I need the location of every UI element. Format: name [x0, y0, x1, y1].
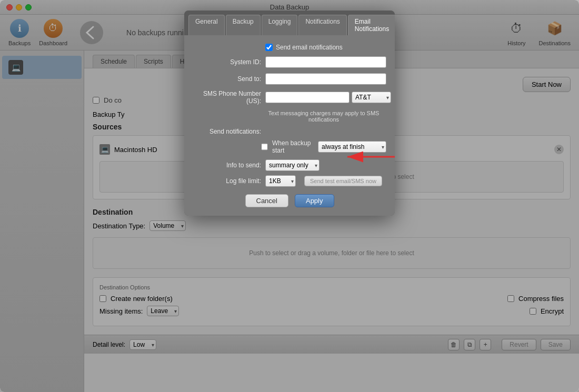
when-backup-row: When backup start always at finish alway… — [261, 139, 386, 154]
cancel-label: Cancel — [256, 197, 277, 205]
send-email-checkbox-group: Send email notifications — [265, 44, 343, 51]
system-id-label: System ID: — [193, 58, 261, 66]
main-window: Data Backup ℹ Backups ⏱ Dashboard — [0, 0, 579, 392]
log-file-select-wrapper: 1KB 5KB 10KB 50KB — [265, 175, 296, 187]
sms-label: SMS Phone Number (US): — [193, 90, 261, 105]
modal-body: Send email notifications System ID: Send… — [184, 35, 395, 216]
modal-tab-general[interactable]: General — [188, 15, 225, 35]
modal-tab-email-notifications[interactable]: Email Notifications — [348, 15, 395, 35]
send-to-row: Send to: — [193, 73, 386, 85]
send-notif-row: Send notifications: — [193, 128, 386, 135]
cancel-button[interactable]: Cancel — [245, 194, 288, 207]
sms-phone-input[interactable] — [265, 92, 350, 103]
sms-row: SMS Phone Number (US): AT&T Verizon T-Mo… — [193, 90, 386, 105]
system-id-input[interactable] — [265, 56, 386, 68]
send-test-label: Send test email/SMS now — [310, 178, 376, 184]
system-id-row: System ID: — [193, 56, 386, 68]
modal-overlay: General Backup Logging Notifications Ema… — [0, 0, 579, 392]
send-test-button[interactable]: Send test email/SMS now — [304, 176, 382, 186]
email-notifications-modal: General Backup Logging Notifications Ema… — [184, 11, 395, 216]
timing-select-wrapper: always at finish always at start on erro… — [318, 141, 386, 153]
info-send-label: Info to send: — [193, 162, 261, 169]
info-send-select-wrapper: summary only full log — [265, 159, 320, 171]
modal-tab-notifications[interactable]: Notifications — [298, 15, 346, 35]
sms-provider-select-wrapper: AT&T Verizon T-Mobile Sprint — [352, 92, 391, 103]
send-to-input[interactable] — [265, 73, 386, 85]
modal-tabs: General Backup Logging Notifications Ema… — [184, 11, 395, 35]
send-email-label: Send email notifications — [276, 44, 343, 51]
when-backup-label: When backup start — [272, 139, 314, 154]
modal-tab-logging[interactable]: Logging — [262, 15, 298, 35]
send-notif-label: Send notifications: — [193, 128, 261, 135]
when-backup-checkbox[interactable] — [261, 143, 268, 150]
timing-select[interactable]: always at finish always at start on erro… — [318, 141, 386, 153]
modal-btn-row: Cancel Apply — [193, 194, 386, 207]
apply-label: Apply — [306, 197, 323, 205]
info-send-select[interactable]: summary only full log — [265, 159, 320, 171]
sms-provider-row: AT&T Verizon T-Mobile Sprint — [265, 92, 391, 103]
send-to-label: Send to: — [193, 75, 261, 83]
modal-tab-backup[interactable]: Backup — [226, 15, 261, 35]
send-email-row: Send email notifications — [193, 44, 386, 51]
info-send-row: Info to send: summary only full log — [193, 159, 386, 171]
sms-provider-select[interactable]: AT&T Verizon T-Mobile Sprint — [352, 92, 391, 103]
send-email-checkbox[interactable] — [265, 44, 273, 51]
log-file-row: Log file limit: 1KB 5KB 10KB 50KB Send t… — [193, 175, 386, 187]
log-file-select[interactable]: 1KB 5KB 10KB 50KB — [265, 175, 296, 187]
sms-note: Text messaging charges may apply to SMS … — [261, 110, 386, 123]
apply-button[interactable]: Apply — [295, 194, 334, 207]
log-file-label: Log file limit: — [193, 177, 261, 185]
